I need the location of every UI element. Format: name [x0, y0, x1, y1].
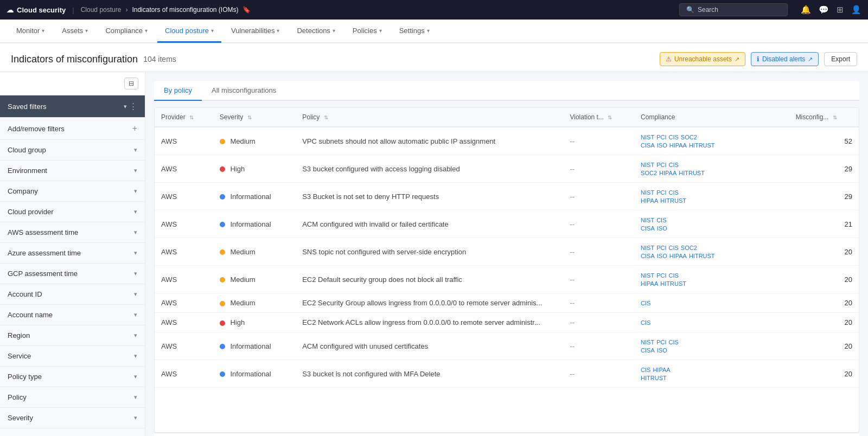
filter-header-policy-type[interactable]: Policy type ▾: [0, 367, 145, 387]
cell-policy[interactable]: VPC subnets should not allow automatic p…: [296, 127, 563, 155]
compliance-tag[interactable]: PCI: [656, 245, 666, 251]
compliance-tag[interactable]: CIS: [656, 217, 666, 223]
compliance-tag[interactable]: SOC2: [681, 134, 697, 140]
compliance-tag[interactable]: HIPAA: [669, 253, 687, 259]
filter-header-policy[interactable]: Policy ▾: [0, 387, 145, 407]
compliance-tag[interactable]: ISO: [657, 142, 667, 149]
tab-all-misconfigurations[interactable]: All misconfigurations: [202, 81, 286, 101]
cell-policy[interactable]: ACM configured with unused certificates: [296, 332, 563, 360]
table-row[interactable]: AWS Medium VPC subnets should not allow …: [155, 127, 859, 155]
breadcrumb-cloud-posture[interactable]: Cloud posture: [81, 6, 122, 14]
col-policy[interactable]: Policy ⇅: [296, 108, 563, 127]
compliance-tag[interactable]: NIST: [641, 189, 654, 196]
compliance-tag[interactable]: HITRUST: [689, 253, 715, 259]
compliance-tag[interactable]: PCI: [656, 339, 666, 345]
filter-header-gcp-assessment-time[interactable]: GCP assessment time ▾: [0, 264, 145, 284]
saved-filters-menu[interactable]: ⋮: [129, 101, 137, 111]
compliance-tag[interactable]: HITRUST: [660, 280, 686, 287]
compliance-tag[interactable]: PCI: [656, 162, 666, 168]
compliance-tag[interactable]: SOC2: [681, 245, 697, 251]
nav-policies[interactable]: Policies ▾: [345, 20, 390, 43]
add-filter-icon[interactable]: +: [132, 124, 137, 133]
compliance-tag[interactable]: ISO: [657, 347, 667, 354]
export-button[interactable]: Export: [824, 52, 857, 66]
compliance-tag[interactable]: ISO: [657, 225, 667, 232]
compliance-tag[interactable]: HIPAA: [669, 142, 687, 149]
compliance-tag[interactable]: NIST: [641, 245, 654, 251]
filter-header-environment[interactable]: Environment ▾: [0, 161, 145, 181]
compliance-tag[interactable]: CIS: [641, 367, 650, 373]
cell-policy[interactable]: ACM configured with invalid or failed ce…: [296, 210, 563, 238]
cell-policy[interactable]: S3 Bucket is not set to deny HTTP reques…: [296, 183, 563, 210]
filter-header-account-name[interactable]: Account name ▾: [0, 305, 145, 325]
compliance-tag[interactable]: PCI: [656, 134, 666, 140]
filter-header-cloud-provider[interactable]: Cloud provider ▾: [0, 202, 145, 222]
compliance-tag[interactable]: CIS: [668, 339, 678, 345]
filter-header-asset-id[interactable]: Asset ID ▾: [0, 428, 145, 436]
compliance-tag[interactable]: PCI: [656, 189, 666, 196]
compliance-tag[interactable]: CISA: [641, 225, 655, 232]
add-remove-filters-header[interactable]: Add/remove filters +: [0, 118, 145, 139]
col-violation[interactable]: Violation t... ⇅: [563, 108, 634, 127]
compliance-tag[interactable]: HIPAA: [659, 170, 676, 176]
table-row[interactable]: AWS Informational ACM configured with un…: [155, 332, 859, 360]
saved-filters-header[interactable]: Saved filters ▾ ⋮: [0, 95, 145, 117]
compliance-tag[interactable]: CISA: [641, 347, 655, 354]
cell-policy[interactable]: EC2 Network ACLs allow ingress from 0.0.…: [296, 313, 563, 332]
filter-header-aws-assessment-time[interactable]: AWS assessment time ▾: [0, 222, 145, 242]
nav-cloud-posture[interactable]: Cloud posture ▾: [157, 20, 221, 43]
nav-assets[interactable]: Assets ▾: [54, 20, 95, 43]
table-row[interactable]: AWS Medium SNS topic not configured with…: [155, 238, 859, 266]
filter-header-severity[interactable]: Severity ▾: [0, 408, 145, 428]
compliance-tag[interactable]: CIS: [668, 272, 678, 279]
compliance-tag[interactable]: CISA: [641, 253, 655, 259]
compliance-tag[interactable]: CIS: [641, 319, 650, 326]
compliance-tag[interactable]: HIPAA: [653, 367, 670, 373]
bell-icon[interactable]: 🔔: [801, 5, 811, 15]
cell-policy[interactable]: S3 bucket configured with access logging…: [296, 155, 563, 183]
table-row[interactable]: AWS Medium EC2 Default security group do…: [155, 266, 859, 293]
compliance-tag[interactable]: HIPAA: [641, 197, 658, 204]
sidebar-collapse-btn[interactable]: ⊟: [124, 78, 138, 89]
filter-header-region[interactable]: Region ▾: [0, 325, 145, 345]
compliance-tag[interactable]: HITRUST: [641, 375, 667, 381]
nav-vulnerabilities[interactable]: Vulnerabilities ▾: [224, 20, 287, 43]
table-row[interactable]: AWS Informational S3 Bucket is not set t…: [155, 183, 859, 210]
compliance-tag[interactable]: NIST: [641, 272, 654, 279]
table-row[interactable]: AWS Medium EC2 Security Group allows ing…: [155, 293, 859, 313]
compliance-tag[interactable]: CIS: [641, 300, 650, 306]
cell-policy[interactable]: EC2 Security Group allows ingress from 0…: [296, 293, 563, 313]
compliance-tag[interactable]: NIST: [641, 162, 654, 168]
unreachable-assets-button[interactable]: ⚠ Unreachable assets ↗: [660, 52, 745, 66]
filter-header-service[interactable]: Service ▾: [0, 346, 145, 366]
nav-compliance[interactable]: Compliance ▾: [98, 20, 155, 43]
search-bar[interactable]: 🔍 Search: [679, 3, 788, 16]
filter-header-azure-assessment-time[interactable]: Azure assessment time ▾: [0, 243, 145, 263]
table-row[interactable]: AWS Informational ACM configured with in…: [155, 210, 859, 238]
nav-settings[interactable]: Settings ▾: [392, 20, 437, 43]
compliance-tag[interactable]: HITRUST: [679, 170, 705, 176]
cell-policy[interactable]: S3 bucket is not configured with MFA Del…: [296, 360, 563, 388]
compliance-tag[interactable]: NIST: [641, 339, 654, 345]
col-severity[interactable]: Severity ⇅: [213, 108, 296, 127]
compliance-tag[interactable]: CIS: [668, 245, 678, 251]
compliance-tag[interactable]: ISO: [657, 253, 667, 259]
col-provider[interactable]: Provider ⇅: [155, 108, 213, 127]
table-row[interactable]: AWS High EC2 Network ACLs allow ingress …: [155, 313, 859, 332]
table-row[interactable]: AWS Informational S3 bucket is not confi…: [155, 360, 859, 388]
disabled-alerts-button[interactable]: ℹ Disabled alerts ↗: [751, 52, 819, 66]
user-icon[interactable]: 👤: [851, 5, 861, 15]
tab-by-policy[interactable]: By policy: [154, 81, 202, 101]
compliance-tag[interactable]: CISA: [641, 142, 655, 149]
compliance-tag[interactable]: CIS: [668, 134, 678, 140]
compliance-tag[interactable]: CIS: [668, 189, 678, 196]
cell-policy[interactable]: SNS topic not configured with server-sid…: [296, 238, 563, 266]
col-misconfig[interactable]: Misconfig... ⇅: [789, 108, 859, 127]
filter-header-account-id[interactable]: Account ID ▾: [0, 284, 145, 304]
table-row[interactable]: AWS High S3 bucket configured with acces…: [155, 155, 859, 183]
bookmark-icon[interactable]: 🔖: [242, 6, 251, 14]
compliance-tag[interactable]: HITRUST: [689, 142, 715, 149]
compliance-tag[interactable]: NIST: [641, 134, 654, 140]
cell-policy[interactable]: EC2 Default security group does not bloc…: [296, 266, 563, 293]
compliance-tag[interactable]: CIS: [668, 162, 678, 168]
